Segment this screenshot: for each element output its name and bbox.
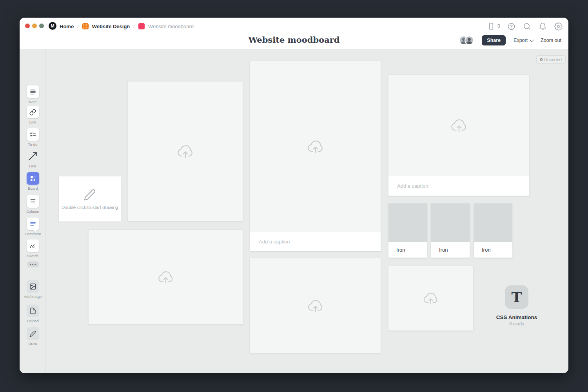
notifications-button[interactable]: [538, 22, 547, 31]
cloud-upload-icon: [306, 137, 325, 156]
tool-line[interactable]: Line: [20, 150, 46, 168]
gear-icon: [554, 22, 563, 31]
tool-label: Upload: [27, 319, 38, 323]
breadcrumb-project[interactable]: Website Design: [92, 24, 130, 29]
share-button[interactable]: Share: [482, 35, 506, 45]
link-icon: [29, 109, 36, 116]
add-image-icon: [29, 283, 36, 290]
help-icon: [507, 22, 515, 31]
app-window: M Home / Website Design / Website moodbo…: [20, 18, 568, 373]
tool-label: Board: [28, 186, 38, 191]
cloud-upload-icon: [450, 116, 468, 135]
cloud-upload-icon: [307, 297, 325, 315]
phone-icon: [487, 22, 495, 30]
unsorted-badge[interactable]: 0 Unsorted: [536, 55, 566, 64]
export-dropdown[interactable]: Export: [514, 38, 533, 43]
caption-input[interactable]: Add a caption: [388, 176, 529, 196]
avatar[interactable]: [465, 36, 474, 45]
more-dots-icon: [27, 261, 39, 267]
image-thumbnail: [431, 203, 470, 243]
tool-label: Sketch: [27, 254, 38, 258]
tool-sidebar: Note Link To-do Line: [20, 49, 46, 373]
tool-todo[interactable]: To-do: [20, 128, 46, 147]
window-minimize-button[interactable]: [32, 24, 37, 28]
tool-note[interactable]: Note: [20, 85, 46, 104]
cloud-upload-icon: [422, 290, 439, 307]
tool-label: Line: [29, 164, 36, 168]
chevron-down-icon: [530, 38, 534, 42]
tool-label: Link: [29, 120, 36, 124]
sketch-icon: [29, 242, 36, 250]
caption-input[interactable]: Add a caption: [250, 232, 381, 251]
breadcrumb-home[interactable]: Home: [60, 24, 74, 29]
tool-comment[interactable]: Comment: [20, 218, 46, 236]
mobile-app-button[interactable]: [486, 22, 496, 31]
breadcrumb-separator: /: [133, 24, 135, 29]
upload-placeholder-card[interactable]: [388, 266, 474, 331]
window-zoom-button[interactable]: [39, 24, 44, 28]
help-button[interactable]: [506, 22, 516, 31]
settings-button[interactable]: [554, 22, 563, 31]
search-icon: [523, 22, 531, 31]
tool-sketch[interactable]: Sketch: [20, 240, 46, 258]
tool-more[interactable]: [20, 261, 46, 267]
todo-icon: [29, 131, 36, 138]
unsorted-label: Unsorted: [544, 57, 562, 62]
upload-placeholder-card[interactable]: [127, 81, 243, 221]
cloud-upload-icon: [176, 142, 195, 161]
upload-card-with-caption[interactable]: Add a caption: [250, 61, 381, 251]
board-card-count: 0 cards: [485, 321, 548, 326]
image-card[interactable]: Iron: [474, 203, 513, 258]
zoom-out-button[interactable]: Zoom out: [541, 38, 561, 43]
tool-label: To-do: [28, 142, 38, 147]
upload-placeholder-card[interactable]: [88, 229, 243, 325]
tool-label: Note: [29, 100, 36, 104]
tool-label: Column: [26, 209, 39, 214]
bell-icon: [539, 22, 547, 31]
image-thumbnail: [388, 203, 427, 243]
upload-card-with-caption[interactable]: Add a caption: [388, 74, 530, 196]
board-thumbnail: T: [505, 285, 528, 309]
tool-column[interactable]: Column: [20, 195, 46, 214]
mobile-badge: 0: [497, 24, 500, 29]
current-board-icon: [138, 23, 145, 29]
drawing-prompt: Double-click to start drawing: [62, 205, 118, 210]
collaborator-avatars: [459, 36, 474, 45]
drawing-card[interactable]: Double-click to start drawing: [59, 176, 121, 221]
tool-label: Comment: [25, 232, 41, 236]
image-caption: Iron: [388, 242, 427, 258]
breadcrumb-current[interactable]: Website moodboard: [148, 24, 194, 29]
window-close-button[interactable]: [25, 24, 30, 28]
upload-file-icon: [29, 307, 36, 314]
board-canvas[interactable]: 0 Unsorted Double-click to start drawing: [46, 49, 568, 373]
tool-draw[interactable]: Draw: [20, 327, 46, 346]
cloud-upload-icon: [157, 268, 175, 286]
tool-board[interactable]: Board: [20, 172, 46, 191]
search-button[interactable]: [522, 22, 532, 31]
upload-placeholder-card[interactable]: [250, 258, 381, 354]
tool-upload[interactable]: Upload: [20, 305, 46, 323]
board-card-css-animations[interactable]: T CSS Animations 0 cards: [485, 285, 548, 326]
header-actions: Share Export Zoom out: [459, 35, 561, 45]
export-label: Export: [514, 38, 528, 43]
tool-add-image[interactable]: Add image: [20, 280, 46, 299]
tool-link[interactable]: Link: [20, 106, 46, 124]
header-icons: 0: [486, 22, 563, 31]
image-thumbnail: [474, 203, 512, 243]
project-board-icon: [82, 23, 89, 29]
breadcrumb: Home / Website Design / Website moodboar…: [60, 23, 194, 29]
column-icon: [29, 198, 36, 205]
zoom-out-label: Zoom out: [541, 38, 561, 43]
image-card[interactable]: Iron: [388, 203, 427, 258]
image-card[interactable]: Iron: [431, 203, 470, 258]
arrow-line-icon: [27, 150, 39, 162]
image-caption: Iron: [474, 242, 512, 258]
comment-tail: [33, 227, 37, 232]
note-icon: [29, 88, 36, 95]
tool-label: Draw: [28, 341, 37, 346]
header: M Home / Website Design / Website moodbo…: [20, 18, 568, 49]
milanote-logo[interactable]: M: [49, 22, 56, 30]
comment-icon: [29, 220, 36, 227]
image-caption: Iron: [431, 242, 470, 258]
board-card-title: CSS Animations: [485, 314, 548, 320]
